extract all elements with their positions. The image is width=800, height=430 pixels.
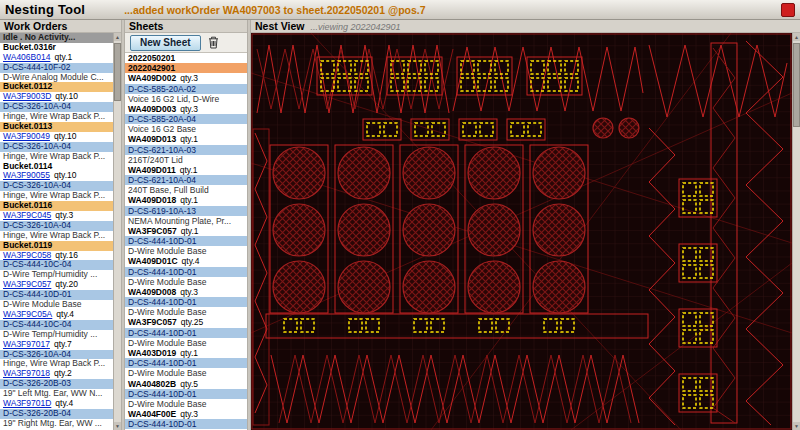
part-number-row[interactable]: D-CS-444-10D-01 xyxy=(0,290,113,300)
work-order-row[interactable]: WA406B014qty.1 xyxy=(0,53,113,63)
part-number-row[interactable]: D-CS-326-20B-03 xyxy=(0,379,113,389)
part-number-row[interactable]: D-CS-585-20A-04 xyxy=(125,114,247,124)
part-number-row[interactable]: D-CS-326-10A-04 xyxy=(0,350,113,360)
part-number-row[interactable]: D-CS-326-10A-04 xyxy=(0,142,113,152)
nest-view-title: Nest View xyxy=(255,20,304,32)
work-order-row[interactable]: WA409D008qty.3 xyxy=(125,287,247,297)
scroll-down-icon[interactable]: ▼ xyxy=(114,422,121,430)
work-order-qty: qty.10 xyxy=(54,171,77,180)
part-number-row[interactable]: D-CS-444-10D-01 xyxy=(125,389,247,399)
work-order-row[interactable]: WA3F9C05Aqty.4 xyxy=(0,310,113,320)
part-description-row: D-Wire Module Base xyxy=(125,399,247,409)
part-description-row: 19" Left Mtg. Ear, WW N... xyxy=(0,389,113,399)
work-order-row[interactable]: WA404802Bqty.5 xyxy=(125,379,247,389)
work-order-row[interactable]: WA3F90049qty.10 xyxy=(0,132,113,142)
part-number-row[interactable]: D-CS-444-10C-04 xyxy=(0,260,113,270)
work-order-qty: qty.1 xyxy=(180,165,198,175)
work-order-row[interactable]: WA3F9C057qty.1 xyxy=(125,226,247,236)
work-order-id[interactable]: WA3F9C05A xyxy=(3,310,52,319)
part-description-row: D-Wire Module Base xyxy=(125,307,247,317)
nest-canvas[interactable] xyxy=(251,33,792,430)
part-number-row[interactable]: D-CS-444-10C-04 xyxy=(0,320,113,330)
trash-icon[interactable] xyxy=(208,36,219,49)
part-number-row[interactable]: D-CS-444-10D-01 xyxy=(125,267,247,277)
part-number-row[interactable]: D-CS-444-10D-01 xyxy=(125,236,247,246)
nest-scrollbar[interactable]: ▲ ▼ xyxy=(792,33,800,430)
work-order-id[interactable]: WA3F97017 xyxy=(3,340,50,349)
bucket-row[interactable]: Bucket.0113 xyxy=(0,122,113,132)
work-order-id[interactable]: WA3F9C057 xyxy=(3,280,51,289)
work-order-row[interactable]: WA3F9C045qty.3 xyxy=(0,211,113,221)
work-order-id: WA404802B xyxy=(128,379,176,389)
work-order-id: WA3F9C057 xyxy=(128,226,177,236)
sheets-panel: Sheets New Sheet 20220502012022042901WA4… xyxy=(125,20,247,430)
part-number-row[interactable]: D-CS-585-20A-02 xyxy=(125,84,247,94)
part-number-row[interactable]: D-CS-326-10A-04 xyxy=(0,181,113,191)
work-order-id[interactable]: WA3F9003D xyxy=(3,92,51,101)
work-order-row[interactable]: WA3F9C057qty.20 xyxy=(0,280,113,290)
work-order-qty: qty.1 xyxy=(180,348,198,358)
work-order-qty: qty.4 xyxy=(182,256,200,266)
work-order-qty: qty.4 xyxy=(55,399,73,408)
work-order-qty: qty.1 xyxy=(180,195,198,205)
work-order-id[interactable]: WA3F9C045 xyxy=(3,211,51,220)
scrollbar-thumb[interactable] xyxy=(793,43,800,127)
scrollbar-thumb[interactable] xyxy=(114,43,121,101)
work-order-row[interactable]: WA3F90055qty.10 xyxy=(0,171,113,181)
work-order-row[interactable]: WA3F9701Dqty.4 xyxy=(0,399,113,409)
red-app-icon[interactable] xyxy=(781,3,795,17)
scroll-up-icon[interactable]: ▲ xyxy=(793,33,800,41)
work-order-row[interactable]: WA409D01Cqty.4 xyxy=(125,256,247,266)
work-order-row[interactable]: WA3F9003Dqty.10 xyxy=(0,92,113,102)
part-number-row[interactable]: D-CS-444-10F-02 xyxy=(0,63,113,73)
new-sheet-button[interactable]: New Sheet xyxy=(130,35,201,51)
work-order-qty: qty.3 xyxy=(180,104,198,114)
work-order-id: WA409D008 xyxy=(128,287,176,297)
part-number-row[interactable]: D-CS-326-10A-04 xyxy=(0,221,113,231)
work-order-row[interactable]: WA3F9C058qty.16 xyxy=(0,251,113,261)
part-description-row: Voice 16 G2 Base xyxy=(125,124,247,134)
work-order-qty: qty.3 xyxy=(180,409,198,419)
bucket-row[interactable]: Bucket.0119 xyxy=(0,241,113,251)
work-order-row[interactable]: WA3F97017qty.7 xyxy=(0,340,113,350)
sheet-tab[interactable]: 2022050201 xyxy=(125,53,247,63)
work-order-id[interactable]: WA3F90055 xyxy=(3,171,50,180)
work-order-id[interactable]: WA406B014 xyxy=(3,53,50,62)
work-order-row[interactable]: WA409D013qty.1 xyxy=(125,134,247,144)
work-order-row[interactable]: WA409D018qty.1 xyxy=(125,195,247,205)
sheets-toolbar: New Sheet xyxy=(125,33,247,53)
work-order-row[interactable]: WA409D003qty.3 xyxy=(125,104,247,114)
sheet-tab[interactable]: 2022042901 xyxy=(125,63,247,73)
work-order-row[interactable]: WA3F97018qty.2 xyxy=(0,369,113,379)
work-order-id: WA409D01C xyxy=(128,256,178,266)
part-number-row[interactable]: D-CS-326-10A-04 xyxy=(0,102,113,112)
nest-view-panel: Nest View...viewing 2022042901 xyxy=(251,20,800,430)
work-order-row[interactable]: WA409D002qty.3 xyxy=(125,73,247,83)
work-order-id[interactable]: WA3F9C058 xyxy=(3,251,51,260)
bucket-row[interactable]: Bucket.0116 xyxy=(0,201,113,211)
part-number-row[interactable]: D-CS-444-10D-01 xyxy=(125,297,247,307)
work-order-row[interactable]: WA403D019qty.1 xyxy=(125,348,247,358)
part-number-row[interactable]: D-CS-619-10A-13 xyxy=(125,206,247,216)
bucket-row[interactable]: Bucket.0112 xyxy=(0,82,113,92)
work-order-row[interactable]: WA404F00Eqty.3 xyxy=(125,409,247,419)
work-order-row[interactable]: WA409D011qty.1 xyxy=(125,165,247,175)
part-description-row: D-Wire Module Base xyxy=(125,368,247,378)
work-order-id: WA409D003 xyxy=(128,104,176,114)
work-order-id[interactable]: WA3F97018 xyxy=(3,369,50,378)
work-order-id[interactable]: WA3F9701D xyxy=(3,399,51,408)
bucket-row[interactable]: Bucket.0114 xyxy=(0,162,113,172)
work-order-row[interactable]: WA3F9C057qty.25 xyxy=(125,317,247,327)
part-number-row[interactable]: D-CS-444-10D-01 xyxy=(125,358,247,368)
work-orders-scrollbar[interactable]: ▲ ▼ xyxy=(113,33,121,430)
part-number-row[interactable]: D-CS-444-10D-01 xyxy=(125,419,247,429)
part-number-row[interactable]: D-CS-444-10D-01 xyxy=(125,328,247,338)
scroll-down-icon[interactable]: ▼ xyxy=(793,422,800,430)
scroll-up-icon[interactable]: ▲ xyxy=(114,33,121,41)
part-number-row[interactable]: D-CS-621-10A-04 xyxy=(125,175,247,185)
work-order-qty: qty.5 xyxy=(180,379,198,389)
work-order-id[interactable]: WA3F90049 xyxy=(3,132,50,141)
bucket-row[interactable]: Bucket.0316r xyxy=(0,43,113,53)
part-number-row[interactable]: D-CS-326-20B-04 xyxy=(0,409,113,419)
part-number-row[interactable]: D-CS-621-10A-03 xyxy=(125,145,247,155)
